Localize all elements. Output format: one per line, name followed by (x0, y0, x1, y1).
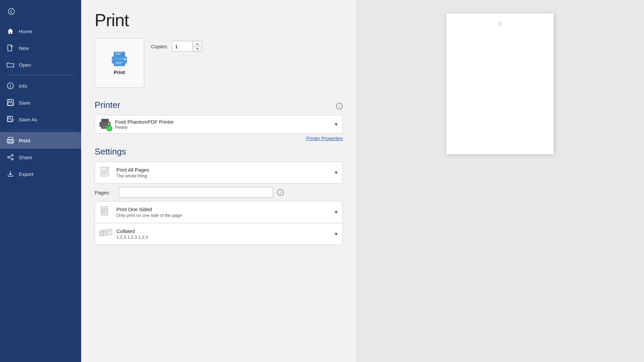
svg-rect-50 (108, 231, 111, 232)
setting-collated-text: Collated 1,2,3 1,2,3 1,2,3 (116, 228, 330, 240)
copies-spinner: ▲ ▼ (193, 41, 202, 51)
svg-rect-23 (115, 63, 121, 64)
print-action-area: Print Copies: ▲ ▼ (95, 38, 343, 88)
setting-one-sided-text: Print One Sided Only print on one side o… (116, 206, 330, 218)
page-title: Print (95, 10, 343, 30)
pages-input[interactable] (119, 187, 273, 198)
sidebar-item-open-label: Open (19, 62, 31, 68)
collated-icon (99, 227, 112, 241)
sidebar-item-share-label: Share (19, 155, 32, 160)
printer-info-icon[interactable]: i (336, 103, 343, 110)
copies-decrement-button[interactable]: ▼ (193, 47, 202, 52)
preview-content-text: juij (498, 21, 502, 26)
sidebar-item-open[interactable]: Open (0, 56, 81, 73)
svg-rect-8 (8, 116, 11, 118)
svg-rect-38 (102, 208, 107, 209)
printer-large-icon (111, 51, 128, 66)
svg-point-13 (12, 140, 13, 141)
sidebar-item-home-label: Home (19, 28, 32, 34)
sidebar-item-print[interactable]: Print (0, 132, 81, 149)
svg-rect-46 (100, 233, 103, 233)
svg-rect-35 (102, 172, 106, 173)
divider-top (7, 75, 74, 75)
preview-area: juij (356, 0, 644, 362)
sidebar-item-save[interactable]: Save (0, 94, 81, 111)
svg-line-18 (9, 158, 12, 159)
printer-dropdown-arrow: ▼ (334, 122, 338, 127)
setting-one-sided-sub: Only print on one side of the page (116, 213, 330, 218)
sidebar-item-print-label: Print (19, 138, 30, 143)
print-button-label: Print (114, 69, 125, 75)
copies-increment-button[interactable]: ▲ (193, 41, 202, 47)
sidebar-item-export[interactable]: Export (0, 166, 81, 182)
copies-input[interactable] (172, 44, 193, 49)
export-icon (7, 170, 14, 178)
setting-collated-title: Collated (116, 228, 330, 234)
svg-rect-48 (104, 232, 107, 232)
svg-point-0 (8, 8, 14, 14)
print-button[interactable]: Print (95, 38, 144, 88)
sidebar-item-save-label: Save (19, 100, 30, 106)
sidebar-item-info[interactable]: i Info (0, 77, 81, 94)
sidebar: Home New Open i Info (0, 0, 81, 362)
setting-one-sided-title: Print One Sided (116, 206, 330, 212)
pages-info-icon[interactable]: i (277, 189, 284, 196)
svg-rect-26 (115, 54, 121, 55)
info-nav-icon: i (7, 82, 14, 89)
sidebar-item-new-label: New (19, 45, 29, 51)
svg-rect-6 (8, 103, 13, 105)
svg-rect-42 (100, 230, 104, 236)
setting-print-all-arrow: ▼ (334, 170, 338, 175)
printer-icon-wrap: ✓ (99, 119, 111, 130)
printer-section-header: Printer i (95, 97, 343, 115)
setting-one-sided-arrow: ▼ (334, 209, 338, 215)
svg-line-17 (9, 156, 12, 157)
svg-text:i: i (10, 84, 11, 88)
page-preview: juij (446, 13, 554, 154)
main-content: Print Print Copies: ▲ ▼ (81, 0, 356, 362)
svg-rect-49 (108, 230, 111, 231)
sidebar-item-home[interactable]: Home (0, 23, 81, 40)
setting-print-all-text: Print All Pages The whole thing (116, 167, 330, 178)
svg-rect-45 (100, 232, 103, 232)
new-icon (7, 44, 14, 52)
page-icon (99, 166, 112, 179)
svg-rect-36 (102, 174, 107, 174)
svg-rect-39 (102, 210, 106, 210)
svg-rect-25 (115, 53, 122, 53)
share-icon (7, 154, 14, 161)
pages-row: Pages: i (95, 187, 343, 198)
svg-rect-41 (102, 213, 105, 213)
sidebar-item-new[interactable]: New (0, 40, 81, 56)
print-nav-icon (7, 137, 14, 144)
svg-rect-40 (102, 211, 106, 212)
setting-print-all-pages[interactable]: Print All Pages The whole thing ▼ (95, 162, 343, 184)
copies-section: Copies: ▲ ▼ (151, 41, 202, 52)
svg-rect-37 (101, 206, 108, 215)
settings-section-heading: Settings (95, 146, 343, 157)
svg-rect-43 (104, 230, 108, 235)
svg-rect-44 (108, 229, 112, 235)
printer-properties-link[interactable]: Printer Properties (95, 136, 343, 141)
svg-rect-31 (102, 127, 106, 128)
svg-rect-47 (104, 231, 107, 231)
back-button[interactable] (3, 3, 19, 19)
save-icon (7, 99, 14, 106)
sidebar-item-save-as[interactable]: Save As (0, 111, 81, 128)
setting-collated-arrow: ▼ (334, 231, 338, 237)
printer-dropdown[interactable]: ✓ Foxit PhantomPDF Printer Ready ▼ (95, 115, 343, 134)
svg-point-24 (124, 58, 126, 60)
sidebar-item-share[interactable]: Share (0, 149, 81, 166)
save-as-icon (7, 116, 14, 123)
setting-print-all-title: Print All Pages (116, 167, 330, 173)
sidebar-item-info-label: Info (19, 83, 27, 89)
svg-rect-5 (8, 100, 12, 102)
pages-label: Pages: (95, 190, 115, 195)
setting-collated[interactable]: Collated 1,2,3 1,2,3 1,2,3 ▼ (95, 223, 343, 245)
setting-print-one-sided[interactable]: Print One Sided Only print on one side o… (95, 201, 343, 223)
svg-rect-9 (8, 119, 12, 121)
copies-label: Copies: (151, 44, 168, 49)
divider-middle (7, 130, 74, 130)
sidebar-item-save-as-label: Save As (19, 117, 37, 122)
printer-info: Foxit PhantomPDF Printer Ready (115, 119, 330, 130)
